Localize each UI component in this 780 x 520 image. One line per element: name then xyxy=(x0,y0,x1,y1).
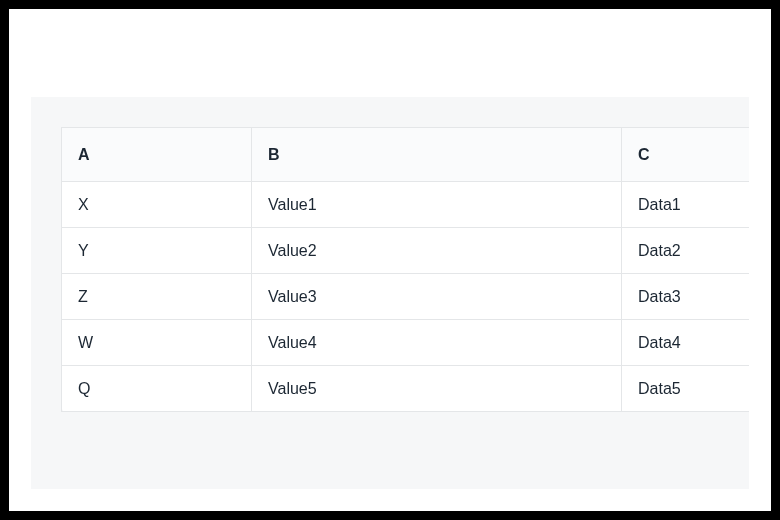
cell-c: Data2 xyxy=(622,228,750,274)
cell-c: Data3 xyxy=(622,274,750,320)
cell-a: X xyxy=(62,182,252,228)
table-header-a: A xyxy=(62,128,252,182)
data-table: A B C X Value1 Data1 Y Value2 Data2 xyxy=(61,127,749,412)
cell-b: Value5 xyxy=(252,366,622,412)
cell-a: W xyxy=(62,320,252,366)
table-header-b: B xyxy=(252,128,622,182)
cell-c: Data5 xyxy=(622,366,750,412)
table-row: Z Value3 Data3 xyxy=(62,274,750,320)
table-row: Y Value2 Data2 xyxy=(62,228,750,274)
window-frame: A B C X Value1 Data1 Y Value2 Data2 xyxy=(0,0,780,520)
table-row: W Value4 Data4 xyxy=(62,320,750,366)
cell-c: Data4 xyxy=(622,320,750,366)
cell-b: Value3 xyxy=(252,274,622,320)
table-row: X Value1 Data1 xyxy=(62,182,750,228)
table-header-row: A B C xyxy=(62,128,750,182)
cell-c: Data1 xyxy=(622,182,750,228)
cell-b: Value2 xyxy=(252,228,622,274)
cell-a: Z xyxy=(62,274,252,320)
cell-b: Value1 xyxy=(252,182,622,228)
table-row: Q Value5 Data5 xyxy=(62,366,750,412)
cell-a: Y xyxy=(62,228,252,274)
content-area: A B C X Value1 Data1 Y Value2 Data2 xyxy=(31,29,749,489)
table-header-c: C xyxy=(622,128,750,182)
table-panel: A B C X Value1 Data1 Y Value2 Data2 xyxy=(31,97,749,489)
cell-a: Q xyxy=(62,366,252,412)
cell-b: Value4 xyxy=(252,320,622,366)
